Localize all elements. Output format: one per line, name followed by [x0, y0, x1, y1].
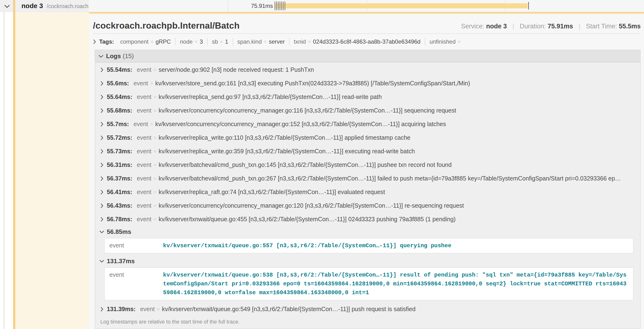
log-equals-sign: = [154, 162, 156, 168]
log-timestamp: 55.72ms: [107, 134, 132, 141]
log-equals-sign: = [154, 176, 156, 182]
logs-panel: Logs (15) 55.54ms: event = server/node.g… [94, 50, 641, 329]
log-row-chevron-icon[interactable] [100, 95, 103, 100]
span-meta: Service: node 3 | Duration: 75.91ms | St… [461, 23, 641, 31]
log-timestamp: 131.37ms [107, 258, 135, 265]
log-row[interactable]: 56.37ms: event = kv/kvserver/batcheval/c… [100, 172, 634, 185]
span-timeline-cell[interactable]: 75.91ms [89, 0, 644, 12]
log-row[interactable]: 55.54ms: event = server/node.go:902 [n3]… [100, 63, 634, 76]
log-row-chevron-icon[interactable] [100, 108, 103, 113]
span-end-log-tick [528, 2, 529, 10]
tag-key: span.kind [238, 38, 262, 45]
span-row[interactable]: node 3 /cockroach.roach… 75.91ms [0, 0, 644, 12]
meta-separator: | [579, 23, 580, 30]
tag-item: txnid = 024d3323-6c8f-4863-aa8b-37ab0e63… [290, 38, 425, 46]
log-field-value: kv/kvserver/batcheval/cmd_push_txn.go:26… [158, 175, 621, 182]
log-row[interactable]: 131.39ms: event = kv/kvserver/txnwait/qu… [100, 302, 634, 316]
log-tick [276, 2, 277, 10]
log-timestamp: 56.37ms: [107, 175, 132, 182]
log-row-chevron-icon[interactable] [100, 68, 103, 72]
log-row-chevron-icon[interactable] [100, 149, 103, 154]
selected-span-name-column [15, 12, 89, 329]
tag-key: sb [212, 38, 218, 45]
log-equals-sign: = [154, 94, 156, 100]
log-field-key: event [134, 80, 148, 87]
log-field-value: kv/kvserver/concurrency/concurrency_mana… [156, 121, 446, 128]
trace-view-divider [4, 0, 4, 329]
log-tick [278, 2, 278, 10]
log-event-value: kv/kvserver/txnwait/queue.go:538 [n3,s3,… [163, 270, 628, 297]
log-row[interactable]: 56.31ms: event = kv/kvserver/batcheval/c… [100, 158, 634, 172]
log-row[interactable]: 55.73ms: event = kv/kvserver/replica_wri… [100, 144, 634, 158]
log-group-chevron-icon[interactable] [100, 259, 103, 264]
log-equals-sign: = [150, 121, 153, 127]
tags-toggle[interactable]: Tags: [93, 38, 114, 45]
log-equals-sign: = [154, 216, 156, 222]
log-row[interactable]: 56.78ms: event = kv/kvserver/txnwait/que… [100, 212, 634, 226]
log-field-key: event [137, 148, 151, 155]
log-row[interactable]: 55.7ms: event = kv/kvserver/concurrency/… [100, 117, 634, 131]
service-label: Service: [461, 23, 484, 30]
log-timestamp: 55.54ms: [107, 66, 132, 73]
tag-value: gRPC [156, 38, 171, 45]
tag-value: 024d3323-6c8f-4863-aa8b-37ab0e63496d [313, 38, 420, 45]
logs-footer-note: Log timestamps are relative to the start… [95, 316, 640, 328]
logs-header[interactable]: Logs (15) [95, 50, 640, 62]
tag-value: 3 [200, 38, 203, 45]
log-row-chevron-icon[interactable] [100, 203, 103, 208]
log-row-chevron-icon[interactable] [100, 162, 103, 167]
service-value: node 3 [486, 23, 507, 30]
log-row-chevron-icon[interactable] [100, 307, 103, 312]
log-equals-sign: = [154, 108, 156, 114]
span-detail-panel: /cockroach.roachpb.Internal/Batch Servic… [89, 12, 644, 329]
log-field-value: kv/kvserver/concurrency/concurrency_mana… [158, 107, 456, 114]
tag-equals-sign: = [195, 39, 198, 44]
log-event-value: kv/kvserver/txnwait/queue.go:557 [n3,s3,… [163, 241, 628, 250]
tag-item: component = gRPC [116, 38, 176, 46]
log-field-value: kv/kvserver/replica_raft.go:74 [n3,s3,r6… [158, 188, 385, 196]
log-row[interactable]: 56.43ms: event = kv/kvserver/concurrency… [100, 199, 634, 212]
log-row[interactable]: 56.41ms: event = kv/kvserver/replica_raf… [100, 185, 634, 199]
tags-chevron-icon[interactable] [93, 39, 96, 44]
log-field-key: event [137, 66, 151, 73]
log-field-key: event [137, 162, 151, 168]
log-row-chevron-icon[interactable] [100, 122, 103, 126]
log-field-value: server/node.go:902 [n3] node received re… [158, 66, 314, 73]
log-timestamp: 131.39ms: [107, 306, 136, 312]
logs-chevron-icon[interactable] [100, 54, 102, 59]
tag-equals-sign: = [151, 39, 154, 44]
log-group-header[interactable]: 56.85ms [100, 226, 634, 238]
start-time-label: Start Time: [586, 23, 617, 30]
log-group-chevron-icon[interactable] [100, 229, 103, 234]
tags-label: Tags: [99, 38, 114, 45]
tag-item: span.kind = server [233, 38, 290, 46]
log-tick-cluster [274, 2, 285, 10]
logs-count: (15) [123, 52, 134, 60]
log-row-chevron-icon[interactable] [100, 81, 103, 86]
log-timestamp: 56.43ms: [107, 202, 132, 209]
log-row[interactable]: 55.72ms: event = kv/kvserver/replica_wri… [100, 131, 634, 144]
log-group-header[interactable]: 131.37ms [100, 255, 634, 267]
log-field-key: event [137, 175, 151, 182]
log-row-chevron-icon[interactable] [100, 136, 103, 140]
log-row-chevron-icon[interactable] [100, 176, 103, 181]
tag-item: sb = 1 [208, 38, 233, 46]
log-group: 56.85ms event kv/kvserver/txnwait/queue.… [100, 226, 634, 254]
tag-equals-sign: = [308, 39, 311, 44]
log-row[interactable]: 55.64ms: event = kv/kvserver/replica_sen… [100, 90, 634, 104]
log-event-box: event kv/kvserver/txnwait/queue.go:538 [… [104, 267, 634, 300]
log-row-chevron-icon[interactable] [100, 217, 103, 222]
span-bar[interactable] [275, 3, 528, 8]
span-collapse-chevron-icon[interactable] [5, 3, 9, 9]
logs-rows: 55.54ms: event = server/node.go:902 [n3]… [95, 62, 640, 316]
log-tick [281, 2, 282, 10]
log-equals-sign: = [157, 306, 160, 312]
log-row[interactable]: 55.6ms: event = kv/kvserver/store_send.g… [100, 76, 634, 90]
duration-value: 75.91ms [548, 23, 573, 30]
log-row-chevron-icon[interactable] [100, 190, 103, 194]
log-field-key: event [137, 202, 151, 209]
log-tick [274, 2, 275, 10]
tag-key: node [180, 38, 192, 45]
log-row[interactable]: 55.68ms: event = kv/kvserver/concurrency… [100, 104, 634, 117]
tag-item: unfinished = [425, 38, 467, 46]
